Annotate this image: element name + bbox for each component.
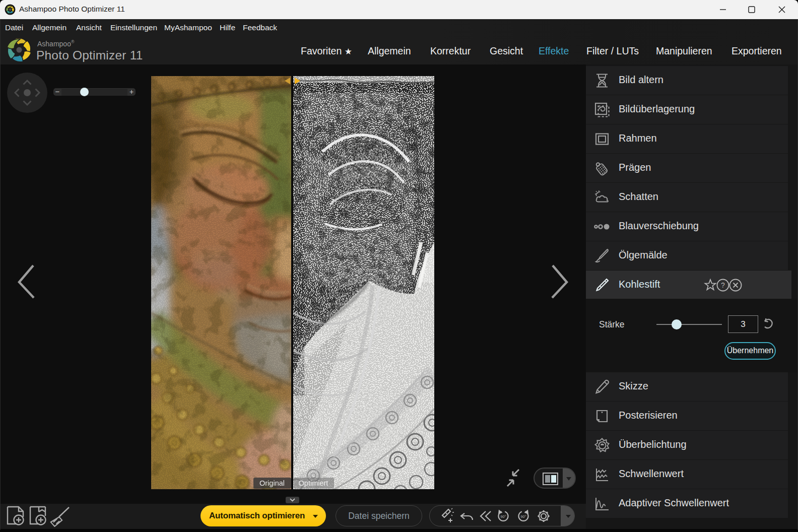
svg-text:?: ? <box>721 281 725 289</box>
svg-text:Optimiert: Optimiert <box>299 479 328 487</box>
svg-text:90°: 90° <box>520 514 526 519</box>
svg-text:Original: Original <box>259 479 285 487</box>
svg-text:90°: 90° <box>500 514 506 519</box>
